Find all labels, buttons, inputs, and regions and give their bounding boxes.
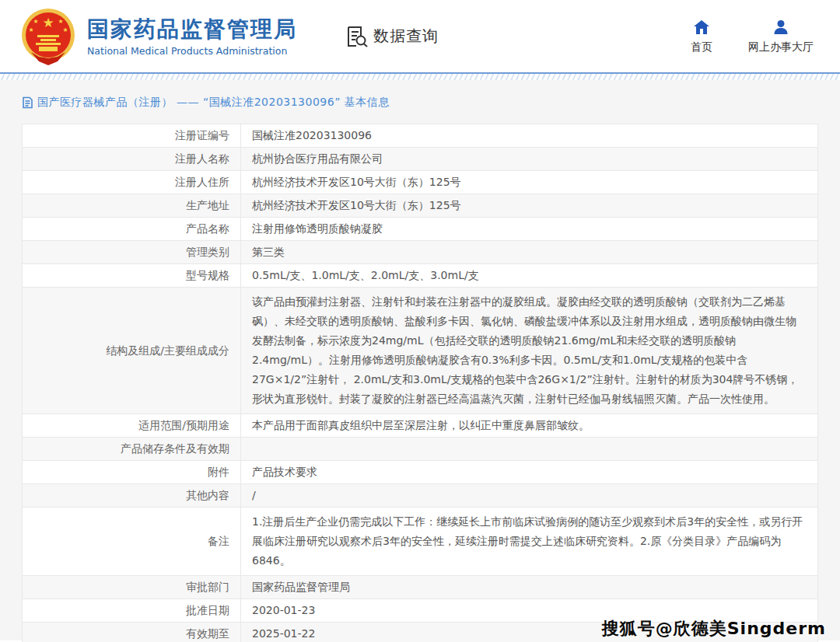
table-row: 产品储存条件及有效期 bbox=[23, 438, 818, 461]
row-label-text: 产品名称 bbox=[186, 222, 229, 235]
breadcrumb[interactable]: 国产医疗器械产品（注册） —— “国械注准20203130096” 基本信息 bbox=[22, 91, 818, 114]
row-value: 杭州协合医疗用品有限公司 bbox=[241, 148, 818, 171]
row-value: 0.5mL/支、1.0mL/支、2.0mL/支、3.0mL/支 bbox=[241, 264, 818, 288]
table-row: 生产地址 杭州经济技术开发区10号大街（东）125号 bbox=[23, 194, 818, 218]
site-header: ★ ★ ★ ★ ★ 国家药品监督管理局 National Medical Pro… bbox=[0, 0, 840, 72]
table-row: 结构及组成/主要组成成分 该产品由预灌封注射器、注射针和封装在注射器中的凝胶组成… bbox=[23, 288, 818, 414]
row-label: 注册证编号 bbox=[23, 124, 241, 148]
document-icon bbox=[22, 96, 33, 109]
row-label-text: 批准日期 bbox=[186, 604, 229, 616]
row-value: 杭州经济技术开发区10号大街（东）125号 bbox=[241, 194, 818, 218]
row-label-text: 注册证编号 bbox=[175, 129, 229, 141]
striped-divider bbox=[0, 72, 840, 80]
row-label: 适用范围/预期用途 bbox=[23, 414, 241, 438]
table-row: 其他内容 / bbox=[23, 484, 818, 508]
row-label: 产品储存条件及有效期 bbox=[23, 438, 241, 461]
row-label-text: 适用范围/预期用途 bbox=[138, 419, 229, 431]
row-value: / bbox=[241, 484, 818, 508]
row-value: 第三类 bbox=[241, 241, 818, 264]
registration-info-table: 注册证编号 国械注准20203130096 注册人名称 杭州协合医疗用品有限公司 bbox=[22, 124, 818, 642]
data-query-label: 数据查询 bbox=[373, 26, 439, 47]
row-label-text: 生产地址 bbox=[186, 199, 229, 211]
row-label: 备注 bbox=[23, 508, 241, 576]
org-name-en: National Medical Products Administration bbox=[87, 45, 297, 57]
row-label: 注册人住所 bbox=[23, 171, 241, 194]
row-label-text: 管理类别 bbox=[186, 246, 229, 258]
nav-home-label: 首页 bbox=[691, 40, 712, 54]
site-logo[interactable]: ★ ★ ★ ★ ★ 国家药品监督管理局 National Medical Pro… bbox=[20, 7, 297, 66]
row-label: 批准日期 bbox=[23, 599, 241, 623]
nav-service-hall-label: 网上办事大厅 bbox=[748, 40, 814, 54]
row-label-text: 附件 bbox=[208, 466, 229, 478]
row-label-text: 审批部门 bbox=[186, 581, 229, 593]
row-label-text: 有效期至 bbox=[186, 627, 229, 640]
table-row: 型号规格 0.5mL/支、1.0mL/支、2.0mL/支、3.0mL/支 bbox=[23, 264, 818, 288]
svg-text:★: ★ bbox=[58, 18, 63, 25]
row-label-text: 结构及组成/主要组成成分 bbox=[106, 344, 229, 357]
row-label: 审批部门 bbox=[23, 576, 241, 599]
row-label: 管理类别 bbox=[23, 241, 241, 264]
table-row: 适用范围/预期用途 本产品用于面部真皮组织中层至深层注射，以纠正中重度鼻唇部皱纹… bbox=[23, 414, 818, 438]
data-query-link[interactable]: 数据查询 bbox=[345, 25, 439, 48]
row-value: 国械注准20203130096 bbox=[241, 124, 818, 148]
org-names: 国家药品监督管理局 National Medical Products Admi… bbox=[87, 16, 297, 57]
row-label-text: 型号规格 bbox=[186, 269, 229, 281]
nav-service-hall[interactable]: 网上办事大厅 bbox=[748, 19, 814, 54]
header-nav: 首页 网上办事大厅 bbox=[691, 19, 814, 54]
table-row: 审批部门 国家药品监督管理局 bbox=[23, 576, 818, 599]
breadcrumb-text: 国产医疗器械产品（注册） —— “国械注准20203130096” 基本信息 bbox=[37, 96, 390, 110]
table-row: 注册人住所 杭州经济技术开发区10号大街（东）125号 bbox=[23, 171, 818, 194]
row-label: 型号规格 bbox=[23, 264, 241, 288]
row-label: 其他内容 bbox=[23, 484, 241, 508]
home-icon bbox=[693, 19, 710, 36]
row-label: 生产地址 bbox=[23, 194, 241, 218]
row-value: 杭州经济技术开发区10号大街（东）125号 bbox=[241, 171, 818, 194]
org-name-cn: 国家药品监督管理局 bbox=[87, 16, 297, 43]
row-label: 注册人名称 bbox=[23, 148, 241, 171]
row-value: 国家药品监督管理局 bbox=[241, 576, 818, 599]
document-search-icon bbox=[345, 25, 369, 48]
svg-text:★: ★ bbox=[33, 18, 38, 25]
row-label: 产品名称 bbox=[23, 218, 241, 241]
row-value: 该产品由预灌封注射器、注射针和封装在注射器中的凝胶组成。凝胶由经交联的透明质酸钠… bbox=[241, 288, 818, 414]
svg-text:★: ★ bbox=[62, 26, 68, 33]
row-value: 本产品用于面部真皮组织中层至深层注射，以纠正中重度鼻唇部皱纹。 bbox=[241, 414, 818, 438]
row-label-text: 注册人名称 bbox=[175, 152, 229, 165]
table-row: 附件 产品技术要求 bbox=[23, 461, 818, 484]
nav-home[interactable]: 首页 bbox=[691, 19, 712, 54]
info-table-body: 注册证编号 国械注准20203130096 注册人名称 杭州协合医疗用品有限公司 bbox=[23, 124, 818, 642]
row-label: 结构及组成/主要组成成分 bbox=[23, 288, 241, 414]
page: ★ ★ ★ ★ ★ 国家药品监督管理局 National Medical Pro… bbox=[0, 0, 840, 642]
user-icon bbox=[772, 19, 789, 36]
national-emblem-icon: ★ ★ ★ ★ ★ bbox=[20, 7, 76, 66]
row-label-text: 备注 bbox=[208, 535, 229, 547]
row-value: 1.注册后生产企业仍需完成以下工作：继续延长上市前临床试验病例的随访至少观察到术… bbox=[241, 508, 818, 576]
row-label-text: 产品储存条件及有效期 bbox=[121, 442, 229, 455]
table-row: 注册人名称 杭州协合医疗用品有限公司 bbox=[23, 148, 818, 171]
svg-text:★: ★ bbox=[42, 15, 54, 30]
row-label-text: 其他内容 bbox=[186, 489, 229, 501]
table-row: 产品名称 注射用修饰透明质酸钠凝胶 bbox=[23, 218, 818, 241]
row-label-text: 注册人住所 bbox=[175, 176, 229, 188]
table-row: 备注 1.注册后生产企业仍需完成以下工作：继续延长上市前临床试验病例的随访至少观… bbox=[23, 508, 818, 576]
table-row: 管理类别 第三类 bbox=[23, 241, 818, 264]
main-content: 国产医疗器械产品（注册） —— “国械注准20203130096” 基本信息 注… bbox=[0, 80, 840, 640]
row-label: 附件 bbox=[23, 461, 241, 484]
row-value bbox=[241, 438, 818, 461]
svg-text:★: ★ bbox=[28, 26, 33, 33]
table-row: 注册证编号 国械注准20203130096 bbox=[23, 124, 818, 148]
row-value: 产品技术要求 bbox=[241, 461, 818, 484]
watermark: 搜狐号@欣德美Singderm bbox=[602, 617, 826, 640]
row-label: 有效期至 bbox=[23, 623, 241, 642]
row-value: 注射用修饰透明质酸钠凝胶 bbox=[241, 218, 818, 241]
